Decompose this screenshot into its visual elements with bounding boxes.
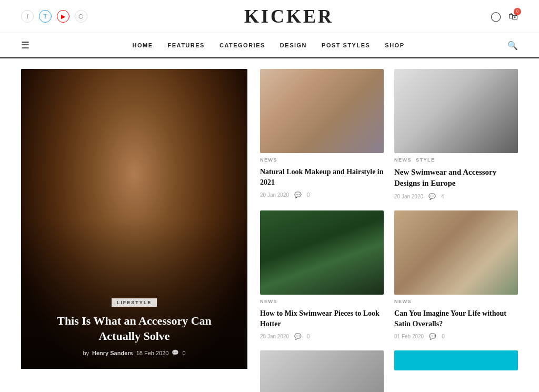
- article-card-overalls[interactable]: NEWS Can You Imagine Your Life without S…: [394, 210, 518, 340]
- social-icons: f 𝕋 ▶ ⬡: [21, 10, 87, 23]
- nav-links: HOME FEATURES CATEGORIES DESIGN POST STY…: [29, 41, 507, 49]
- teal-bar: [394, 350, 518, 370]
- instagram-icon[interactable]: ⬡: [75, 10, 87, 23]
- featured-title: This Is What an Accessory Can Actually S…: [36, 313, 233, 344]
- search-icon[interactable]: 🔍: [507, 41, 518, 51]
- article-card-swimwear[interactable]: NEWS How to Mix Swimwear Pieces to Look …: [260, 210, 384, 340]
- article-date-swimwear: 28 Jan 2020: [260, 334, 289, 339]
- article-img-overalls: [394, 210, 518, 295]
- article-date-overalls: 01 Feb 2020: [394, 334, 424, 339]
- article-card-bottom-left[interactable]: [260, 350, 384, 392]
- comment-icon-makeup: 💬: [294, 192, 302, 198]
- article-tags-overalls: NEWS: [394, 299, 518, 304]
- article-tag: NEWS: [260, 157, 277, 163]
- cart-icon[interactable]: 🛍 0: [508, 11, 518, 22]
- user-icon[interactable]: ◯: [491, 11, 501, 22]
- article-card-hat[interactable]: NEWS STYLE New Swimwear and Accessory De…: [394, 69, 518, 200]
- nav-bar: ☰ HOME FEATURES CATEGORIES DESIGN POST S…: [0, 33, 539, 58]
- nav-categories[interactable]: CATEGORIES: [219, 42, 265, 48]
- comment-icon-overalls: 💬: [429, 333, 436, 340]
- article-title-overalls: Can You Imagine Your Life without Satin …: [394, 308, 518, 329]
- cart-badge: 0: [514, 8, 521, 15]
- article-meta-hat: 20 Jan 2020 💬 4: [394, 193, 518, 200]
- article-comments-makeup: 0: [307, 192, 310, 198]
- article-tag-overalls: NEWS: [394, 299, 412, 304]
- article-title-makeup: Natural Look Makeup and Hairstyle in 202…: [260, 167, 384, 187]
- facebook-icon[interactable]: f: [21, 10, 34, 23]
- twitter-icon[interactable]: 𝕋: [39, 10, 52, 23]
- article-tags-hat: NEWS STYLE: [394, 157, 518, 163]
- nav-shop[interactable]: SHOP: [385, 42, 404, 48]
- article-date-hat: 20 Jan 2020: [394, 194, 423, 199]
- article-card-teal[interactable]: [394, 350, 518, 392]
- article-img-bottom-left: [260, 350, 384, 392]
- featured-meta: by Henry Sanders 18 Feb 2020 💬 0: [83, 349, 185, 356]
- featured-by: by: [83, 350, 89, 356]
- nav-design[interactable]: DESIGN: [280, 42, 307, 48]
- article-meta-swimwear: 28 Jan 2020 💬 0: [260, 333, 384, 340]
- comment-icon: 💬: [172, 349, 179, 356]
- article-tag-style: STYLE: [416, 157, 435, 163]
- nav-post-styles[interactable]: POST STYLES: [322, 42, 370, 48]
- article-comments-swimwear: 0: [307, 334, 310, 339]
- featured-article[interactable]: LIFESTYLE This Is What an Accessory Can …: [21, 69, 247, 392]
- article-img-hat: [394, 69, 518, 153]
- article-title-swimwear: How to Mix Swimwear Pieces to Look Hotte…: [260, 308, 384, 329]
- article-tags: NEWS: [260, 157, 384, 163]
- article-date-makeup: 20 Jan 2020: [260, 192, 289, 198]
- header-icons: ◯ 🛍 0: [491, 11, 518, 22]
- featured-author: Henry Sanders: [92, 350, 133, 356]
- top-bar: f 𝕋 ▶ ⬡ KICKER ◯ 🛍 0: [0, 0, 539, 33]
- main-content: LIFESTYLE This Is What an Accessory Can …: [0, 58, 539, 392]
- featured-comments: 0: [182, 350, 185, 356]
- article-meta-overalls: 01 Feb 2020 💬 0: [394, 333, 518, 340]
- article-tag-news: NEWS: [394, 157, 412, 163]
- nav-home[interactable]: HOME: [132, 42, 153, 48]
- article-tag-swimwear: NEWS: [260, 299, 277, 304]
- site-title: KICKER: [87, 5, 491, 27]
- article-card-makeup[interactable]: NEWS Natural Look Makeup and Hairstyle i…: [260, 69, 384, 200]
- article-img-swimwear: [260, 210, 384, 295]
- article-tags-swimwear: NEWS: [260, 299, 384, 304]
- article-meta-makeup: 20 Jan 2020 💬 0: [260, 192, 384, 198]
- article-img-makeup: [260, 69, 384, 153]
- youtube-icon[interactable]: ▶: [57, 10, 69, 23]
- comment-icon-hat: 💬: [428, 193, 436, 200]
- featured-date: 18 Feb 2020: [136, 350, 169, 356]
- featured-category: LIFESTYLE: [112, 298, 157, 307]
- hamburger-menu[interactable]: ☰: [21, 39, 29, 51]
- comment-icon-swimwear: 💬: [294, 333, 302, 340]
- article-comments-hat: 4: [441, 194, 444, 199]
- article-comments-overalls: 0: [442, 334, 445, 339]
- article-title-hat: New Swimwear and Accessory Designs in Eu…: [394, 167, 518, 189]
- nav-features[interactable]: FEATURES: [167, 42, 204, 48]
- articles-grid: NEWS Natural Look Makeup and Hairstyle i…: [247, 69, 518, 392]
